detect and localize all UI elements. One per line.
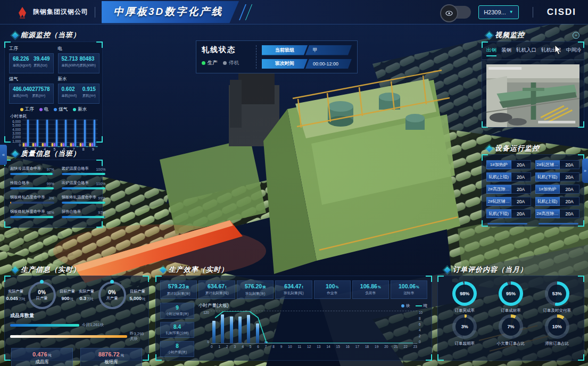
- diamond-icon: [12, 151, 19, 157]
- camera-tab[interactable]: 出钢: [486, 47, 496, 56]
- energy-label: 单耗(m³/t): [62, 94, 77, 98]
- line-status-info: 当前班组 甲 班次时间 00:00-12:00: [262, 45, 352, 69]
- device-label-button[interactable]: 1#加热炉: [535, 185, 560, 194]
- camera-tab[interactable]: 中间冷: [566, 47, 582, 56]
- shift-time-chip[interactable]: 班次时间: [262, 59, 308, 69]
- div-decoration: 0.602单耗(m³/t) 0.915累耗(m³): [58, 84, 100, 104]
- donut-gauge: 3%: [452, 314, 477, 339]
- energy-panel-title: 能源监控（当班）: [13, 30, 80, 40]
- camera-tab[interactable]: 装钢: [501, 47, 511, 56]
- i-decoration: [94, 120, 95, 146]
- device-label-button[interactable]: 轧机(下辊): [486, 209, 511, 218]
- inventory-bar-yesterday: 昨天3,293块: [10, 331, 143, 342]
- device-label-button[interactable]: 轧机(上辊): [486, 172, 511, 181]
- fullscreen-icon[interactable]: +: [573, 32, 579, 39]
- monthly-output-gauge: 实际产量0.3万吨 0%月产量 目标产量5,000吨: [77, 281, 147, 309]
- actual-output-value: 0.045: [6, 296, 18, 301]
- i-decoration: [42, 143, 44, 146]
- div-decoration: 634.67t: [200, 283, 234, 289]
- shift-time-value: 00:00-12:00: [305, 59, 352, 69]
- div-decoration: 0.476吨: [32, 351, 52, 358]
- device-label-button[interactable]: 轧机(上辊): [535, 197, 560, 206]
- unit: %: [378, 285, 381, 289]
- i-decoration: [54, 143, 55, 146]
- video-panel: + 出钢 装钢 轧机入口 轧机出口 中间冷 电动辊道: [482, 41, 584, 128]
- device-label-button[interactable]: 1#加热炉: [486, 160, 511, 169]
- devices-scrollbars: [482, 220, 584, 224]
- unit: 块: [262, 285, 266, 289]
- stat-label: 累计轧制量(块): [161, 292, 196, 296]
- gauge-ring: 0%月产量: [98, 281, 126, 309]
- quality-grid: 超快冷温度命中率97% 装炉温度合格率100% 性能合格率99% 出炉温度合格率…: [5, 160, 102, 224]
- shift-group-chip[interactable]: 当前班组: [262, 45, 308, 55]
- device-value: 20A: [560, 172, 579, 181]
- quality-panel-title-text: 质量信息（当班）: [21, 149, 80, 159]
- collapse-right-tab[interactable]: »: [582, 159, 588, 183]
- stat-label: 小时产量(块): [161, 350, 193, 355]
- donut-gauge: 7%: [499, 314, 523, 339]
- shift-dropdown[interactable]: H2309... ▼: [478, 5, 519, 19]
- axis-spacer: [419, 344, 427, 348]
- scrollbar[interactable]: [487, 223, 527, 224]
- donut-value: 98%: [456, 285, 474, 303]
- inventory-label: 成品库数量: [10, 312, 143, 319]
- donut-label: 订单成材率: [501, 308, 521, 313]
- i-decoration: [29, 146, 31, 147]
- device-value: 20A: [511, 197, 531, 206]
- inventory-bar-value: 3,293块: [134, 331, 144, 342]
- divider: [95, 7, 95, 18]
- device-label-button[interactable]: 2#轧区辅…: [486, 197, 511, 206]
- quality-label: 性能合格率: [10, 180, 29, 186]
- span-decoration: 13: [317, 345, 320, 348]
- camera-tab[interactable]: 轧机入口: [516, 47, 536, 56]
- quality-label: 钢板终轧厚度命中率: [10, 209, 45, 214]
- device-label-button[interactable]: 2#高压除…: [535, 209, 560, 218]
- efficiency-panel: 579.23块累计轧制量(块) 634.67t累计轧制量(吨) 576.20块班…: [155, 276, 432, 361]
- visibility-toggle[interactable]: [441, 6, 471, 19]
- camera-feed[interactable]: [486, 64, 579, 127]
- energy-value: 52.713: [62, 56, 80, 62]
- camera-tab[interactable]: 轧机出口: [541, 47, 561, 56]
- device-label-button[interactable]: 轧机(下辊): [535, 172, 560, 181]
- order-donut-cell: 95%订单成材率: [488, 281, 534, 313]
- stat-label: 小时过钢量(块): [161, 312, 193, 317]
- device-item: 轧机(上辊)20A: [535, 197, 580, 206]
- div-decoration: 80483累耗(kWh): [79, 56, 95, 71]
- stat-card: 106.86%负荷率: [352, 280, 389, 299]
- stat-value: 106.86: [360, 283, 377, 289]
- legend-label: 新水: [78, 106, 87, 113]
- div-decoration: [42, 120, 50, 146]
- gauge-percent: 0%: [108, 289, 115, 295]
- progress-fill: [62, 216, 104, 218]
- div-decoration: 486.040单耗(m³/t): [13, 86, 32, 101]
- i-decoration: [96, 146, 97, 147]
- energy-group-name: 工序: [9, 46, 54, 52]
- quality-value: 98%: [47, 211, 54, 214]
- stat-label: 运转率: [392, 291, 426, 296]
- legend-item: 煤气: [54, 106, 68, 113]
- i-decoration: [72, 143, 74, 146]
- efficiency-side-stats: 9小时过钢量(块) 8.4轧制节奏(分钟) 8小时产量(块): [160, 303, 194, 357]
- legend-dot-icon: [73, 108, 76, 111]
- hour-chart-xaxis: 01234567891011121314151617181920212223: [198, 344, 427, 348]
- legend-label: 块: [406, 303, 410, 309]
- scrollbar[interactable]: [539, 223, 578, 224]
- device-label-button[interactable]: 2#轧区辅…: [535, 160, 560, 169]
- span-decoration: 22: [404, 345, 408, 348]
- hour-chart-plot: [211, 311, 417, 344]
- device-item: 轧机(下辊)20A: [535, 172, 580, 181]
- stat-label: 负荷率: [353, 291, 388, 296]
- stock-label: 板坯库: [104, 359, 118, 365]
- unit: t: [225, 285, 226, 289]
- eye-icon[interactable]: [440, 4, 458, 22]
- collapse-left-tab[interactable]: «: [0, 145, 7, 165]
- span-decoration: 4: [419, 328, 427, 332]
- div-decoration: 277578累耗(m³): [32, 86, 49, 101]
- span-decoration: 19: [375, 345, 378, 348]
- device-label-button[interactable]: 2#高压除…: [486, 185, 511, 194]
- legend-item: 吨: [416, 303, 428, 309]
- status-dot-icon: [223, 61, 227, 65]
- stock-card: 0.476吨成品库: [11, 348, 73, 366]
- progress-fill: [10, 187, 54, 189]
- stat-value: 579.23: [168, 283, 185, 289]
